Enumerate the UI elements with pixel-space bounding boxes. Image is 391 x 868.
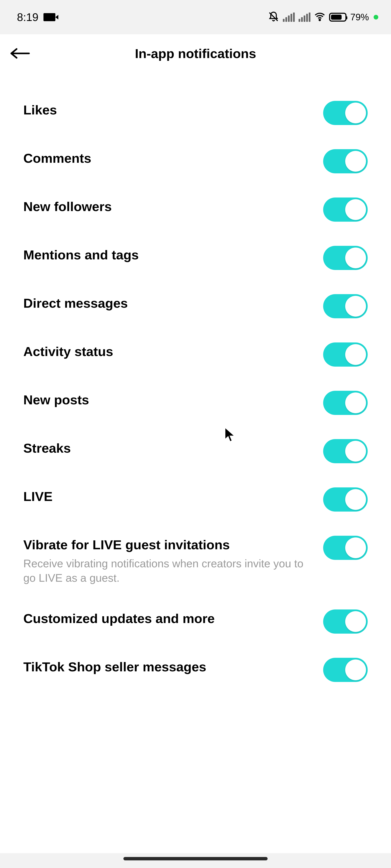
setting-row-dms: Direct messages (23, 283, 368, 331)
bottom-strip (0, 853, 391, 868)
app-header: In-app notifications (0, 34, 391, 72)
toggle-knob (345, 659, 366, 680)
toggle-knob (345, 441, 366, 462)
toggle-knob (345, 537, 366, 558)
battery-percentage: 79% (350, 12, 369, 23)
home-indicator[interactable] (123, 857, 268, 860)
setting-text: Vibrate for LIVE guest invitationsReceiv… (23, 537, 323, 585)
settings-list: LikesCommentsNew followersMentions and t… (0, 72, 391, 695)
battery-icon (329, 13, 347, 22)
setting-label: Vibrate for LIVE guest invitations (23, 537, 315, 553)
page-title: In-app notifications (0, 46, 391, 61)
setting-label: Mentions and tags (23, 247, 315, 263)
setting-row-mentions: Mentions and tags (23, 235, 368, 283)
setting-label: Customized updates and more (23, 611, 315, 626)
notifications-muted-icon (268, 11, 279, 23)
setting-row-comments: Comments (23, 138, 368, 186)
back-button[interactable] (8, 42, 32, 65)
setting-label: LIVE (23, 489, 315, 504)
status-bar-right: 79% (268, 11, 378, 23)
toggle-knob (345, 248, 366, 268)
setting-label: Activity status (23, 344, 315, 360)
setting-label: TikTok Shop seller messages (23, 659, 315, 675)
setting-text: New followers (23, 199, 323, 214)
setting-row-activity: Activity status (23, 331, 368, 379)
setting-text: Comments (23, 151, 323, 166)
toggle-custom[interactable] (323, 610, 368, 633)
setting-row-streaks: Streaks (23, 428, 368, 476)
video-recording-icon (43, 13, 55, 21)
signal-icon-1 (283, 12, 295, 22)
setting-text: Activity status (23, 344, 323, 360)
setting-text: TikTok Shop seller messages (23, 659, 323, 675)
status-bar-left: 8:19 (17, 11, 55, 24)
toggle-shop[interactable] (323, 658, 368, 682)
setting-label: New posts (23, 392, 315, 408)
toggle-comments[interactable] (323, 149, 368, 173)
setting-text: Direct messages (23, 296, 323, 311)
wifi-icon (314, 11, 325, 23)
toggle-activity[interactable] (323, 342, 368, 367)
setting-text: Customized updates and more (23, 611, 323, 626)
setting-label: Streaks (23, 440, 315, 456)
toggle-knob (345, 296, 366, 317)
setting-row-vibrate: Vibrate for LIVE guest invitationsReceiv… (23, 524, 368, 598)
app-content: In-app notifications LikesCommentsNew fo… (0, 34, 391, 868)
toggle-knob (345, 611, 366, 632)
camera-in-use-indicator (373, 15, 378, 20)
toggle-followers[interactable] (323, 197, 368, 222)
setting-label: Direct messages (23, 296, 315, 311)
setting-label: Comments (23, 151, 315, 166)
status-time: 8:19 (17, 11, 38, 24)
setting-text: Mentions and tags (23, 247, 323, 263)
toggle-streaks[interactable] (323, 439, 368, 463)
status-bar: 8:19 (0, 0, 391, 34)
toggle-newposts[interactable] (323, 391, 368, 415)
toggle-knob (345, 344, 366, 365)
toggle-knob (345, 393, 366, 413)
setting-text: Streaks (23, 440, 323, 456)
setting-text: LIVE (23, 489, 323, 504)
toggle-mentions[interactable] (323, 246, 368, 270)
toggle-live[interactable] (323, 487, 368, 512)
toggle-knob (345, 102, 366, 123)
setting-row-newposts: New posts (23, 379, 368, 428)
svg-point-1 (319, 19, 321, 21)
setting-row-live: LIVE (23, 476, 368, 524)
toggle-vibrate[interactable] (323, 536, 368, 560)
toggle-knob (345, 151, 366, 172)
setting-label: Likes (23, 102, 315, 118)
setting-text: New posts (23, 392, 323, 408)
setting-row-likes: Likes (23, 89, 368, 138)
signal-icon-2 (299, 12, 310, 22)
setting-description: Receive vibrating notifications when cre… (23, 557, 315, 585)
setting-row-custom: Customized updates and more (23, 598, 368, 646)
setting-row-shop: TikTok Shop seller messages (23, 646, 368, 695)
setting-label: New followers (23, 199, 315, 214)
toggle-dms[interactable] (323, 294, 368, 318)
setting-text: Likes (23, 102, 323, 118)
toggle-knob (345, 489, 366, 510)
toggle-knob (345, 199, 366, 220)
phone-frame: 8:19 (0, 0, 391, 868)
toggle-likes[interactable] (323, 101, 368, 125)
setting-row-followers: New followers (23, 186, 368, 235)
